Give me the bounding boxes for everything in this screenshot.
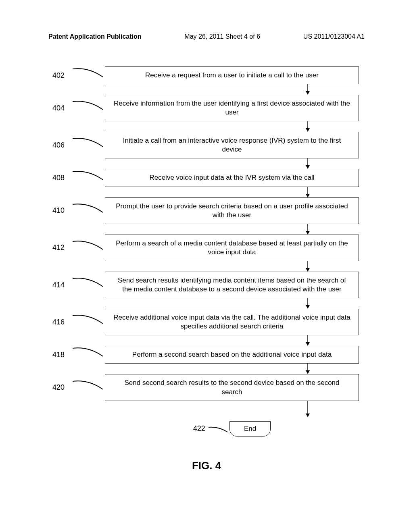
step-box: Initiate a call from an interactive voic… (105, 132, 359, 158)
arrow-down-icon (105, 364, 359, 374)
leader-line-icon (73, 285, 105, 285)
svg-marker-13 (306, 305, 310, 309)
end-terminator: End (229, 421, 271, 436)
step-label: 414 (52, 281, 73, 289)
leader-line-icon (73, 178, 105, 179)
svg-marker-9 (306, 231, 310, 235)
arrow-down-icon (105, 401, 359, 417)
step-418: 418 Perform a second search based on the… (52, 346, 359, 364)
leader-line-icon (73, 108, 105, 108)
leader-line-icon (73, 247, 105, 248)
step-404: 404 Receive information from the user id… (52, 95, 359, 121)
header-patent-number: US 2011/0123004 A1 (303, 33, 365, 40)
svg-marker-15 (306, 342, 310, 346)
step-box: Prompt the user to provide search criter… (105, 197, 359, 224)
step-box: Receive information from the user identi… (105, 95, 359, 121)
step-box: Receive additional voice input data via … (105, 309, 359, 335)
arrow-down-icon (105, 84, 359, 95)
arrow-down-icon (105, 335, 359, 346)
arrow-down-icon (105, 224, 359, 235)
svg-marker-7 (306, 194, 310, 197)
header-publication: Patent Application Publication (48, 33, 142, 40)
step-label: 404 (52, 104, 73, 112)
arrow-down-icon (105, 187, 359, 197)
step-414: 414 Send search results identifying medi… (52, 272, 359, 298)
step-label: 412 (52, 243, 73, 252)
arrow-down-icon (105, 158, 359, 169)
step-416: 416 Receive additional voice input data … (52, 309, 359, 335)
svg-marker-5 (306, 165, 310, 169)
svg-marker-3 (306, 128, 310, 132)
step-412: 412 Perform a search of a media content … (52, 235, 359, 261)
svg-marker-19 (306, 414, 310, 417)
step-406: 406 Initiate a call from an interactive … (52, 132, 359, 158)
step-box: Receive a request from a user to initiat… (105, 66, 359, 84)
header-date-sheet: May 26, 2011 Sheet 4 of 6 (184, 33, 260, 40)
step-box: Send second search results to the second… (105, 374, 359, 401)
step-label: 420 (52, 383, 73, 392)
step-label: 416 (52, 318, 73, 326)
step-end: 422 End (105, 421, 359, 436)
leader-line-icon (73, 145, 105, 145)
svg-marker-17 (306, 370, 310, 374)
figure-caption: FIG. 4 (0, 459, 413, 472)
step-402: 402 Receive a request from a user to ini… (52, 66, 359, 84)
step-label: 406 (52, 141, 73, 150)
arrow-down-icon (105, 121, 359, 132)
step-box: Send search results identifying media co… (105, 272, 359, 298)
step-408: 408 Receive voice input data at the IVR … (52, 169, 359, 187)
end-label: 422 (193, 424, 205, 433)
step-label: 402 (52, 71, 73, 80)
step-label: 418 (52, 351, 73, 359)
step-box: Receive voice input data at the IVR syst… (105, 169, 359, 187)
page-header: Patent Application Publication May 26, 2… (0, 33, 413, 40)
leader-line-icon (73, 322, 105, 322)
leader-line-icon (73, 387, 105, 388)
step-box: Perform a search of a media content data… (105, 235, 359, 261)
arrow-down-icon (105, 261, 359, 272)
leader-line-icon (73, 75, 105, 76)
step-420: 420 Send second search results to the se… (52, 374, 359, 401)
step-box: Perform a second search based on the add… (105, 346, 359, 364)
leader-line-icon (73, 354, 105, 355)
step-label: 408 (52, 174, 73, 182)
svg-marker-11 (306, 268, 310, 272)
flowchart: 402 Receive a request from a user to ini… (52, 66, 359, 436)
arrow-down-icon (105, 298, 359, 309)
leader-line-icon (73, 210, 105, 211)
svg-marker-1 (306, 91, 310, 95)
step-410: 410 Prompt the user to provide search cr… (52, 197, 359, 224)
step-label: 410 (52, 206, 73, 215)
